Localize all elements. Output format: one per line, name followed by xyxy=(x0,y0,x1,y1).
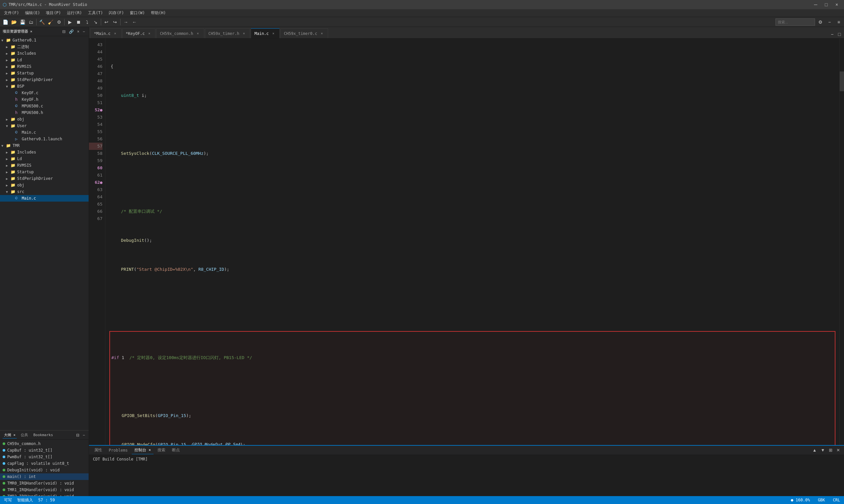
status-cursor-pos[interactable]: 57 : 59 xyxy=(37,496,56,504)
minimize-button[interactable]: ─ xyxy=(811,1,820,8)
toolbar-search-input[interactable] xyxy=(775,18,815,26)
toolbar-more[interactable]: ≡ xyxy=(835,18,843,26)
tab-bar-maxmize-btn[interactable]: □ xyxy=(836,30,843,38)
panel-tab-breakpoints[interactable]: 断点 xyxy=(169,446,182,454)
status-insert-mode[interactable]: 智能插入 xyxy=(16,496,34,504)
tab-close-icon[interactable]: × xyxy=(113,31,118,36)
toolbar-back[interactable]: ← xyxy=(130,18,138,26)
status-writable[interactable]: 可写 xyxy=(3,496,13,504)
outline-minimize-btn[interactable]: − xyxy=(82,433,86,438)
tree-item-mpu6500h[interactable]: ▶ h MPU6500.h xyxy=(0,109,89,116)
tree-item-stdperiph1[interactable]: ▶ 📁 StdPeriphDriver xyxy=(0,76,89,83)
tree-item-tmr[interactable]: ▼ 📁 TMR xyxy=(0,142,89,149)
tab-close-icon[interactable]: × xyxy=(195,31,201,36)
tree-item-obj1[interactable]: ▶ 📁 obj xyxy=(0,116,89,123)
toolbar-forward[interactable]: → xyxy=(122,18,130,26)
tree-item-binary[interactable]: ▶ 📁 二进制 xyxy=(0,43,89,50)
toolbar-clean[interactable]: 🧹 xyxy=(47,18,54,26)
toolbar-undo[interactable]: ↩ xyxy=(103,18,110,26)
menu-run[interactable]: 运行(R) xyxy=(64,10,85,17)
toolbar-open[interactable]: 📂 xyxy=(10,18,18,26)
menu-project[interactable]: 项目(P) xyxy=(43,10,64,17)
menu-help[interactable]: 帮助(H) xyxy=(148,10,169,17)
tree-item-bsp[interactable]: ▼ 📁 BSP xyxy=(0,83,89,90)
outline-item-tmr1irq[interactable]: TMR1_IRQHandler(void) : void xyxy=(0,487,89,493)
panel-tab-search[interactable]: 搜索 xyxy=(155,446,168,454)
tree-item-startup1[interactable]: ▶ 📁 Startup xyxy=(0,70,89,76)
tab-close-icon[interactable]: × xyxy=(319,31,324,36)
toolbar-stop[interactable]: ⏹ xyxy=(74,18,82,26)
menu-edit[interactable]: 编辑(E) xyxy=(22,10,43,17)
tree-item-ld1[interactable]: ▶ 📁 Ld xyxy=(0,57,89,63)
outline-item-tmr0irq[interactable]: TMR0_IRQHandler(void) : void xyxy=(0,480,89,487)
outline-item-main[interactable]: main() : int xyxy=(0,473,89,480)
toolbar-build[interactable]: 🔨 xyxy=(38,18,46,26)
tree-item-keyofh[interactable]: ▶ h KeyOF.h xyxy=(0,96,89,103)
tab-ch59x-common[interactable]: CH59x_common.h × xyxy=(156,28,204,38)
status-line-ending[interactable]: CRL xyxy=(831,496,841,504)
tree-item-keyofc[interactable]: ▶ © KeyOF.c xyxy=(0,90,89,96)
tab-ch59x-timer0[interactable]: CH59x_timer0.c × xyxy=(280,28,328,38)
panel-up-btn[interactable]: ▲ xyxy=(811,447,818,453)
toolbar-save[interactable]: 💾 xyxy=(18,18,26,26)
menu-tools[interactable]: 工具(T) xyxy=(85,10,106,17)
panel-tab-console[interactable]: 控制台 × xyxy=(132,446,154,454)
outline-item-ch59x[interactable]: CH59x_common.h xyxy=(0,440,89,447)
bookmarks-tab[interactable]: Bookmarks xyxy=(32,432,54,438)
tree-item-rvmsis2[interactable]: ▶ 📁 RVMSIS xyxy=(0,162,89,169)
tree-item-startup2[interactable]: ▶ 📁 Startup xyxy=(0,169,89,175)
outline-item-capflag[interactable]: capFlag : volatile uint8_t xyxy=(0,460,89,467)
toolbar-redo[interactable]: ↪ xyxy=(111,18,119,26)
outline-item-tmr2irq[interactable]: TMR2_IRQHandler(void) : void xyxy=(0,493,89,496)
toolbar-stepover[interactable]: ⤵ xyxy=(83,18,91,26)
toolbar-settings[interactable]: ⚙ xyxy=(816,18,824,26)
menu-file[interactable]: 文件(F) xyxy=(1,10,22,17)
tree-item-includes2[interactable]: ▶ 📁 Includes xyxy=(0,149,89,156)
menu-flash[interactable]: 闪存(F) xyxy=(106,10,126,17)
sidebar-collapse-btn[interactable]: ⊟ xyxy=(61,29,67,34)
tree-item-mainc1[interactable]: ▶ © Main.c xyxy=(0,129,89,136)
outline-collapse-btn[interactable]: ⊟ xyxy=(75,433,80,438)
panel-expand-btn[interactable]: ⊞ xyxy=(828,447,834,453)
toolbar-saveall[interactable]: 🗂 xyxy=(27,18,35,26)
menu-window[interactable]: 窗口(W) xyxy=(127,10,148,17)
public-tab[interactable]: 公共 xyxy=(19,432,29,438)
tab-mainc2[interactable]: Main.c × xyxy=(251,28,280,38)
tab-mainc1[interactable]: *Main.c × xyxy=(90,28,122,38)
panel-down-btn[interactable]: ▼ xyxy=(819,447,826,453)
tab-close-icon[interactable]: × xyxy=(241,31,247,36)
outline-item-capbuf[interactable]: CapBuf : uint32_t[] xyxy=(0,447,89,454)
tree-item-includes1[interactable]: ▶ 📁 Includes xyxy=(0,50,89,57)
tab-close-icon[interactable]: × xyxy=(271,31,276,36)
sidebar-minimize-btn[interactable]: − xyxy=(82,29,86,34)
close-button[interactable]: × xyxy=(832,1,841,8)
toolbar-buildall[interactable]: ⚙ xyxy=(55,18,63,26)
tree-item-stdperiph2[interactable]: ▶ 📁 StdPeriphDriver xyxy=(0,175,89,182)
sidebar-link-btn[interactable]: 🔗 xyxy=(68,29,75,34)
tree-item-rvmsis1[interactable]: ▶ 📁 RVMSIS xyxy=(0,63,89,70)
outline-tab[interactable]: 大纲 × xyxy=(3,432,17,438)
panel-close-btn[interactable]: ✕ xyxy=(835,447,841,453)
tab-bar-minimize-btn[interactable]: − xyxy=(829,30,836,38)
toolbar-minimize-panel[interactable]: − xyxy=(826,18,833,26)
tree-item-launch[interactable]: ▶ ▷ Gatherv0.1.launch xyxy=(0,136,89,142)
status-encoding[interactable]: GBK xyxy=(816,496,827,504)
editor-scrollbar[interactable] xyxy=(839,38,844,445)
outline-item-debuginit[interactable]: DebugInit(void) : void xyxy=(0,467,89,473)
tab-keyofc[interactable]: *KeyOF.c × xyxy=(122,28,156,38)
toolbar-debug[interactable]: ▶ xyxy=(66,18,74,26)
toolbar-stepinto[interactable]: ↘ xyxy=(92,18,100,26)
scrollbar-thumb[interactable] xyxy=(840,71,844,91)
tree-item-user[interactable]: ▼ 📁 User xyxy=(0,123,89,129)
tree-item-gatherv01[interactable]: ▼ 📁 Gatherv0.1 xyxy=(0,37,89,43)
code-editor[interactable]: { uint8_t i; SetSysClock(CLK_SOURCE_PLL_… xyxy=(105,38,839,445)
tree-item-mpu6500c[interactable]: ▶ © MPU6500.c xyxy=(0,103,89,109)
maximize-button[interactable]: □ xyxy=(822,1,831,8)
outline-item-pwmbuf[interactable]: PwmBuf : uint32_t[] xyxy=(0,454,89,460)
tree-item-src[interactable]: ▼ 📁 src xyxy=(0,188,89,195)
tree-item-mainc2[interactable]: ▶ © Main.c xyxy=(0,195,89,202)
tab-ch59x-timer[interactable]: CH59x_timer.h × xyxy=(205,28,250,38)
tree-item-ld2[interactable]: ▶ 📁 Ld xyxy=(0,156,89,162)
tab-close-icon[interactable]: × xyxy=(147,31,152,36)
sidebar-close-btn[interactable]: × xyxy=(76,29,80,34)
